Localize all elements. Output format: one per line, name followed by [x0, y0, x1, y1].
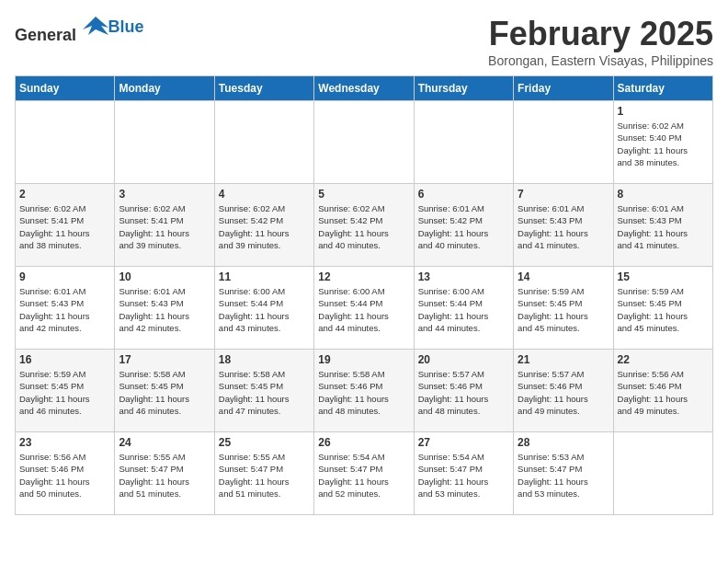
calendar-body: 1Sunrise: 6:02 AM Sunset: 5:40 PM Daylig…	[16, 101, 713, 515]
weekday-header-cell: Friday	[514, 76, 613, 101]
calendar-cell	[214, 101, 313, 184]
day-number: 5	[318, 188, 409, 201]
calendar-cell: 2Sunrise: 6:02 AM Sunset: 5:41 PM Daylig…	[16, 184, 115, 267]
day-info: Sunrise: 5:55 AM Sunset: 5:47 PM Dayligh…	[119, 451, 210, 500]
day-info: Sunrise: 5:59 AM Sunset: 5:45 PM Dayligh…	[618, 285, 709, 334]
day-info: Sunrise: 6:01 AM Sunset: 5:43 PM Dayligh…	[19, 285, 110, 334]
day-info: Sunrise: 6:02 AM Sunset: 5:41 PM Dayligh…	[119, 202, 210, 251]
day-number: 2	[19, 188, 110, 201]
day-number: 26	[318, 436, 409, 449]
day-info: Sunrise: 5:59 AM Sunset: 5:45 PM Dayligh…	[19, 368, 110, 417]
calendar-cell: 6Sunrise: 6:01 AM Sunset: 5:42 PM Daylig…	[414, 184, 513, 267]
day-number: 7	[518, 188, 609, 201]
calendar-cell	[314, 101, 414, 184]
calendar-week-row: 2Sunrise: 6:02 AM Sunset: 5:41 PM Daylig…	[16, 184, 713, 267]
calendar-cell: 8Sunrise: 6:01 AM Sunset: 5:43 PM Daylig…	[613, 184, 712, 267]
day-number: 21	[518, 353, 609, 366]
calendar-week-row: 16Sunrise: 5:59 AM Sunset: 5:45 PM Dayli…	[16, 350, 713, 432]
calendar-cell: 11Sunrise: 6:00 AM Sunset: 5:44 PM Dayli…	[214, 267, 313, 350]
day-info: Sunrise: 5:56 AM Sunset: 5:46 PM Dayligh…	[618, 368, 709, 417]
day-number: 27	[418, 436, 509, 449]
calendar-cell: 15Sunrise: 5:59 AM Sunset: 5:45 PM Dayli…	[613, 267, 712, 350]
header: General Blue February 2025 Borongan, Eas…	[15, 15, 713, 68]
day-number: 13	[418, 270, 509, 283]
day-info: Sunrise: 6:02 AM Sunset: 5:40 PM Dayligh…	[618, 120, 709, 168]
day-number: 11	[219, 270, 310, 283]
calendar-cell: 4Sunrise: 6:02 AM Sunset: 5:42 PM Daylig…	[214, 184, 313, 267]
day-number: 14	[518, 270, 609, 283]
calendar-cell: 19Sunrise: 5:58 AM Sunset: 5:46 PM Dayli…	[314, 350, 414, 432]
day-info: Sunrise: 5:54 AM Sunset: 5:47 PM Dayligh…	[418, 451, 509, 500]
day-number: 16	[19, 353, 110, 366]
logo: General Blue	[15, 15, 144, 45]
calendar-week-row: 23Sunrise: 5:56 AM Sunset: 5:46 PM Dayli…	[16, 432, 713, 515]
day-number: 24	[119, 436, 210, 449]
calendar-title: February 2025	[488, 15, 713, 53]
weekday-header-cell: Tuesday	[214, 76, 313, 101]
day-number: 6	[418, 188, 509, 201]
calendar-cell: 25Sunrise: 5:55 AM Sunset: 5:47 PM Dayli…	[214, 432, 313, 515]
day-info: Sunrise: 5:57 AM Sunset: 5:46 PM Dayligh…	[518, 368, 609, 417]
day-number: 22	[618, 353, 709, 366]
day-number: 15	[618, 270, 709, 283]
calendar-week-row: 1Sunrise: 6:02 AM Sunset: 5:40 PM Daylig…	[16, 101, 713, 184]
day-info: Sunrise: 5:58 AM Sunset: 5:46 PM Dayligh…	[318, 368, 409, 417]
calendar-cell: 21Sunrise: 5:57 AM Sunset: 5:46 PM Dayli…	[514, 350, 613, 432]
day-number: 19	[318, 353, 409, 366]
calendar-cell: 28Sunrise: 5:53 AM Sunset: 5:47 PM Dayli…	[514, 432, 613, 515]
day-number: 12	[318, 270, 409, 283]
day-number: 28	[518, 436, 609, 449]
day-number: 10	[119, 270, 210, 283]
calendar-cell: 22Sunrise: 5:56 AM Sunset: 5:46 PM Dayli…	[613, 350, 712, 432]
day-info: Sunrise: 5:56 AM Sunset: 5:46 PM Dayligh…	[19, 451, 110, 500]
day-number: 1	[618, 105, 709, 118]
calendar-cell	[514, 101, 613, 184]
svg-marker-0	[83, 17, 108, 35]
calendar-cell	[613, 432, 712, 515]
calendar-cell: 12Sunrise: 6:00 AM Sunset: 5:44 PM Dayli…	[314, 267, 414, 350]
calendar-cell: 20Sunrise: 5:57 AM Sunset: 5:46 PM Dayli…	[414, 350, 513, 432]
day-number: 8	[618, 188, 709, 201]
day-number: 17	[119, 353, 210, 366]
weekday-header-cell: Monday	[115, 76, 214, 101]
calendar-table: SundayMondayTuesdayWednesdayThursdayFrid…	[15, 75, 713, 515]
day-number: 18	[219, 353, 310, 366]
calendar-cell: 5Sunrise: 6:02 AM Sunset: 5:42 PM Daylig…	[314, 184, 414, 267]
calendar-cell: 10Sunrise: 6:01 AM Sunset: 5:43 PM Dayli…	[115, 267, 214, 350]
weekday-header-cell: Saturday	[613, 76, 712, 101]
day-info: Sunrise: 6:01 AM Sunset: 5:43 PM Dayligh…	[618, 202, 709, 251]
day-number: 9	[19, 270, 110, 283]
day-info: Sunrise: 6:00 AM Sunset: 5:44 PM Dayligh…	[219, 285, 310, 334]
day-info: Sunrise: 6:00 AM Sunset: 5:44 PM Dayligh…	[318, 285, 409, 334]
day-number: 23	[19, 436, 110, 449]
calendar-cell: 16Sunrise: 5:59 AM Sunset: 5:45 PM Dayli…	[16, 350, 115, 432]
day-number: 3	[119, 188, 210, 201]
day-number: 25	[219, 436, 310, 449]
calendar-cell: 23Sunrise: 5:56 AM Sunset: 5:46 PM Dayli…	[16, 432, 115, 515]
calendar-cell: 3Sunrise: 6:02 AM Sunset: 5:41 PM Daylig…	[115, 184, 214, 267]
day-info: Sunrise: 6:02 AM Sunset: 5:41 PM Dayligh…	[19, 202, 110, 251]
calendar-cell: 17Sunrise: 5:58 AM Sunset: 5:45 PM Dayli…	[115, 350, 214, 432]
calendar-cell: 1Sunrise: 6:02 AM Sunset: 5:40 PM Daylig…	[613, 101, 712, 184]
calendar-cell: 14Sunrise: 5:59 AM Sunset: 5:45 PM Dayli…	[514, 267, 613, 350]
calendar-cell: 18Sunrise: 5:58 AM Sunset: 5:45 PM Dayli…	[214, 350, 313, 432]
weekday-header-cell: Sunday	[16, 76, 115, 101]
logo-bird-icon	[83, 15, 108, 40]
calendar-cell: 13Sunrise: 6:00 AM Sunset: 5:44 PM Dayli…	[414, 267, 513, 350]
day-number: 4	[219, 188, 310, 201]
day-info: Sunrise: 5:58 AM Sunset: 5:45 PM Dayligh…	[119, 368, 210, 417]
day-info: Sunrise: 6:02 AM Sunset: 5:42 PM Dayligh…	[318, 202, 409, 251]
day-info: Sunrise: 6:01 AM Sunset: 5:43 PM Dayligh…	[119, 285, 210, 334]
calendar-cell: 7Sunrise: 6:01 AM Sunset: 5:43 PM Daylig…	[514, 184, 613, 267]
day-info: Sunrise: 6:01 AM Sunset: 5:42 PM Dayligh…	[418, 202, 509, 251]
day-info: Sunrise: 6:01 AM Sunset: 5:43 PM Dayligh…	[518, 202, 609, 251]
calendar-cell: 26Sunrise: 5:54 AM Sunset: 5:47 PM Dayli…	[314, 432, 414, 515]
day-info: Sunrise: 5:57 AM Sunset: 5:46 PM Dayligh…	[418, 368, 509, 417]
calendar-cell	[115, 101, 214, 184]
calendar-cell: 24Sunrise: 5:55 AM Sunset: 5:47 PM Dayli…	[115, 432, 214, 515]
logo-general: General	[15, 26, 76, 44]
day-info: Sunrise: 5:54 AM Sunset: 5:47 PM Dayligh…	[318, 451, 409, 500]
calendar-week-row: 9Sunrise: 6:01 AM Sunset: 5:43 PM Daylig…	[16, 267, 713, 350]
weekday-header-cell: Wednesday	[314, 76, 414, 101]
day-info: Sunrise: 6:00 AM Sunset: 5:44 PM Dayligh…	[418, 285, 509, 334]
